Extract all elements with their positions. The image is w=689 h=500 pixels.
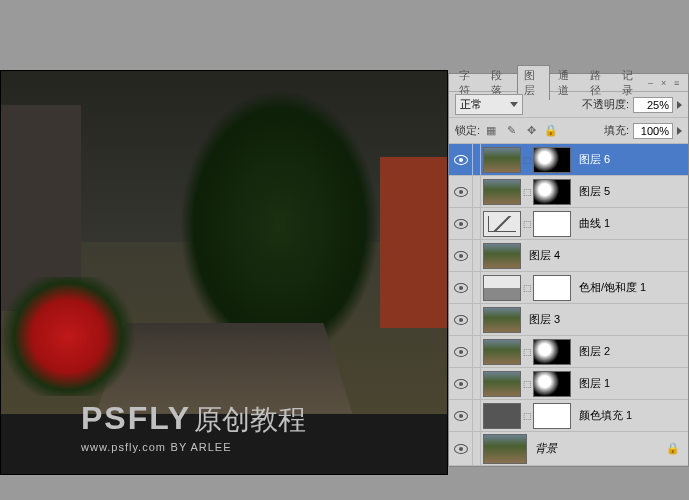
layer-thumb[interactable] xyxy=(483,147,521,173)
link-icon: ⬚ xyxy=(522,371,532,397)
eye-icon xyxy=(454,347,468,357)
eye-icon xyxy=(454,155,468,165)
layer-row[interactable]: 图层 4 xyxy=(449,240,688,272)
watermark-logo: PSFLY xyxy=(81,400,191,436)
layer-row[interactable]: ⬚图层 2 xyxy=(449,336,688,368)
link-icon: ⬚ xyxy=(522,339,532,365)
layer-name-label[interactable]: 图层 4 xyxy=(523,248,688,263)
layer-name-label[interactable]: 图层 6 xyxy=(573,152,688,167)
layer-row[interactable]: ⬚色相/饱和度 1 xyxy=(449,272,688,304)
eye-icon xyxy=(454,379,468,389)
layers-panel: 字符 段落 图层 通道 路径 记录 – × ≡ 正常 不透明度: 25% 锁定:… xyxy=(448,73,689,467)
layer-name-label[interactable]: 颜色填充 1 xyxy=(573,408,688,423)
watermark-author: BY ARLEE xyxy=(171,441,232,453)
layers-list: ⬚图层 6⬚图层 5⬚曲线 1图层 4⬚色相/饱和度 1图层 3⬚图层 2⬚图层… xyxy=(449,144,688,466)
layer-row[interactable]: ⬚曲线 1 xyxy=(449,208,688,240)
lock-position-icon[interactable]: ✥ xyxy=(524,124,538,138)
layer-name-label[interactable]: 图层 1 xyxy=(573,376,688,391)
visibility-toggle[interactable] xyxy=(449,240,473,271)
eye-icon xyxy=(454,187,468,197)
mask-thumb[interactable] xyxy=(533,275,571,301)
blend-mode-dropdown[interactable]: 正常 xyxy=(455,94,523,115)
tab-paths[interactable]: 路径 xyxy=(584,66,614,100)
adjustment-thumb xyxy=(483,211,521,237)
mask-thumb[interactable] xyxy=(533,147,571,173)
visibility-toggle[interactable] xyxy=(449,368,473,399)
layer-row[interactable]: 图层 3 xyxy=(449,304,688,336)
tab-channels[interactable]: 通道 xyxy=(552,66,582,100)
blend-mode-value: 正常 xyxy=(460,97,482,112)
layer-thumb[interactable] xyxy=(483,371,521,397)
layer-name-label[interactable]: 图层 5 xyxy=(573,184,688,199)
lock-indicator-icon: 🔒 xyxy=(666,442,680,455)
visibility-toggle[interactable] xyxy=(449,432,473,465)
minimize-icon[interactable]: – xyxy=(648,78,658,88)
opacity-label: 不透明度: xyxy=(582,97,629,112)
document-image xyxy=(1,71,447,414)
layer-name-label[interactable]: 曲线 1 xyxy=(573,216,688,231)
link-icon: ⬚ xyxy=(522,403,532,429)
eye-icon xyxy=(454,411,468,421)
menu-icon[interactable]: ≡ xyxy=(674,78,684,88)
layer-thumb[interactable] xyxy=(483,434,527,464)
fill-label: 填充: xyxy=(604,123,629,138)
layer-thumb[interactable] xyxy=(483,339,521,365)
mask-thumb[interactable] xyxy=(533,371,571,397)
panel-tabs: 字符 段落 图层 通道 路径 记录 – × ≡ xyxy=(449,74,688,92)
close-icon[interactable]: × xyxy=(661,78,671,88)
layer-name-label[interactable]: 图层 2 xyxy=(573,344,688,359)
eye-icon xyxy=(454,444,468,454)
mask-thumb[interactable] xyxy=(533,403,571,429)
visibility-toggle[interactable] xyxy=(449,208,473,239)
arrow-right-icon[interactable] xyxy=(677,127,682,135)
visibility-toggle[interactable] xyxy=(449,400,473,431)
visibility-toggle[interactable] xyxy=(449,144,473,175)
visibility-toggle[interactable] xyxy=(449,176,473,207)
link-icon: ⬚ xyxy=(522,211,532,237)
lock-all-icon[interactable]: 🔒 xyxy=(544,124,558,138)
layer-row[interactable]: ⬚颜色填充 1 xyxy=(449,400,688,432)
eye-icon xyxy=(454,219,468,229)
layer-thumb[interactable] xyxy=(483,243,521,269)
watermark: PSFLY 原创教程 www.psfly.com BY ARLEE xyxy=(81,400,306,454)
mask-thumb[interactable] xyxy=(533,179,571,205)
adjustment-thumb xyxy=(483,275,521,301)
layer-row[interactable]: ⬚图层 5 xyxy=(449,176,688,208)
layer-thumb[interactable] xyxy=(483,307,521,333)
visibility-toggle[interactable] xyxy=(449,304,473,335)
layer-name-label[interactable]: 图层 3 xyxy=(523,312,688,327)
layer-name-label[interactable]: 色相/饱和度 1 xyxy=(573,280,688,295)
lock-label: 锁定: xyxy=(455,123,480,138)
mask-thumb[interactable] xyxy=(533,339,571,365)
opacity-input[interactable]: 25% xyxy=(633,97,673,113)
layer-row[interactable]: ⬚图层 6 xyxy=(449,144,688,176)
lock-row: 锁定: ▦ ✎ ✥ 🔒 填充: 100% xyxy=(449,118,688,144)
mask-thumb[interactable] xyxy=(533,211,571,237)
layer-row[interactable]: 背景🔒 xyxy=(449,432,688,466)
watermark-cn: 原创教程 xyxy=(194,404,306,435)
visibility-toggle[interactable] xyxy=(449,272,473,303)
watermark-url: www.psfly.com xyxy=(81,441,166,453)
link-icon: ⬚ xyxy=(522,275,532,301)
canvas-window: PSFLY 原创教程 www.psfly.com BY ARLEE xyxy=(0,70,448,475)
layer-thumb[interactable] xyxy=(483,179,521,205)
eye-icon xyxy=(454,251,468,261)
eye-icon xyxy=(454,283,468,293)
eye-icon xyxy=(454,315,468,325)
tab-history[interactable]: 记录 xyxy=(616,66,646,100)
arrow-right-icon[interactable] xyxy=(677,101,682,109)
lock-transparent-icon[interactable]: ▦ xyxy=(484,124,498,138)
layer-name-label[interactable]: 背景 xyxy=(529,441,666,456)
lock-image-icon[interactable]: ✎ xyxy=(504,124,518,138)
layer-row[interactable]: ⬚图层 1 xyxy=(449,368,688,400)
fill-input[interactable]: 100% xyxy=(633,123,673,139)
visibility-toggle[interactable] xyxy=(449,336,473,367)
chevron-down-icon xyxy=(510,102,518,107)
link-icon: ⬚ xyxy=(522,147,532,173)
adjustment-thumb xyxy=(483,403,521,429)
link-icon: ⬚ xyxy=(522,179,532,205)
